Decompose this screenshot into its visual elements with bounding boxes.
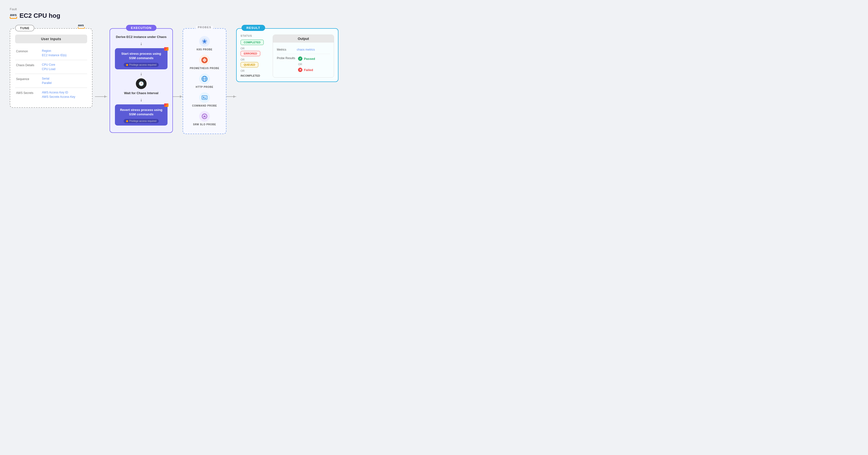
region-link[interactable]: Region (42, 49, 66, 53)
status-heading: STATUS (241, 35, 270, 37)
diagram-container: TUNE aws User Inputs Common Region EC2 I… (10, 28, 858, 134)
down-arrow-icon-2: ↓ (140, 71, 143, 76)
probe-results-label: Probe Results (277, 57, 295, 60)
thin-arrow-1 (173, 96, 183, 97)
prometheus-probe-label: PROMETHEUS PROBE (190, 67, 219, 70)
passed-text: Passed (304, 57, 315, 61)
execution-to-probes-arrow (173, 96, 183, 97)
probes-to-result-arrow (226, 96, 236, 97)
output-box: Output Metrics chaos metrics Probe Resul… (273, 35, 334, 77)
clock-icon: 🕐 (138, 81, 144, 86)
result-badge: RESULT (242, 25, 265, 31)
cpu-core-link[interactable]: CPU Core (42, 63, 55, 66)
parallel-link[interactable]: Parallel (42, 81, 52, 85)
x-icon: ✕ (298, 68, 302, 72)
svg-point-14 (204, 116, 205, 117)
category-aws-secrets: AWS Secrets (16, 91, 38, 95)
probe-srm: SRM SLO PROBE (187, 111, 222, 126)
output-header: Output (273, 35, 334, 42)
cpu-load-link[interactable]: CPU Load (42, 67, 55, 71)
output-row-probe-results: Probe Results ✓ Passed OR ✕ Failed (277, 54, 330, 74)
tune-rows: Common Region EC2 Instance ID(s) Chaos D… (15, 46, 87, 101)
execution-section: EXECUTION Derive EC2 instance under Chao… (110, 28, 173, 133)
passed-badge: ✓ Passed (298, 57, 315, 61)
aws-access-key-link[interactable]: AWS Access Key ID (42, 91, 75, 94)
status-completed: COMPLETED (241, 40, 264, 45)
or-text-3: OR (241, 69, 270, 72)
srm-svg (201, 113, 208, 120)
command-probe-icon (199, 92, 210, 103)
thin-arrow-2 (226, 96, 236, 97)
execution-badge: EXECUTION (126, 25, 157, 31)
exec-card1-badge: Privilege access required (124, 63, 159, 67)
exec-card-flag-2 (164, 103, 168, 107)
http-svg (201, 75, 208, 82)
down-arrow-icon-1: ↓ (140, 41, 143, 46)
wait-circle: 🕐 (136, 78, 147, 89)
status-column: STATUS COMPLETED OR ERRORED OR QUEUED OR… (241, 35, 270, 77)
or-text-1: OR (241, 47, 270, 50)
tune-row-sequence: Sequence Serial Parallel (15, 74, 87, 88)
http-probe-label: HTTP PROBE (196, 86, 213, 88)
exec-card2-badge-text: Privilege access required (129, 120, 157, 122)
arrow-line-1 (95, 96, 107, 97)
prometheus-probe-icon (199, 55, 210, 65)
http-probe-icon (199, 73, 210, 84)
serial-link[interactable]: Serial (42, 77, 52, 80)
exec-card1-badge-text: Privilege access required (129, 64, 157, 66)
failed-text: Failed (304, 68, 313, 72)
aws-corner-logo: aws (78, 23, 85, 29)
status-queued: QUEUED (241, 62, 258, 67)
failed-badge: ✕ Failed (298, 68, 315, 72)
probe-k8s: K8S PROBE (187, 36, 222, 51)
wait-text: Wait for Chaos Interval (115, 91, 167, 95)
exec-step1: Derive EC2 instance under Chaos (115, 35, 167, 39)
category-sequence: Sequence (16, 77, 38, 81)
output-body: Metrics chaos metrics Probe Results ✓ Pa… (273, 42, 334, 77)
tune-row-common: Common Region EC2 Instance ID(s) (15, 46, 87, 60)
k8s-probe-icon (199, 36, 210, 47)
aws-logo: aws (10, 13, 17, 19)
probe-http: HTTP PROBE (187, 73, 222, 88)
wait-container: 🕐 Wait for Chaos Interval (115, 78, 167, 95)
exec-card2-badge: Privilege access required (124, 119, 159, 123)
privilege-dot-1 (126, 64, 128, 66)
exec-card1-text: Start stress process using SSM commands (119, 52, 164, 60)
exec-step1-text: Derive EC2 instance under Chaos (116, 35, 166, 39)
probe-command: COMMAND PROBE (187, 92, 222, 107)
exec-card-start: Start stress process using SSM commands … (115, 48, 167, 69)
page-title: EC2 CPU hog (20, 12, 60, 20)
srm-probe-label: SRM SLO PROBE (193, 123, 216, 126)
tune-row-chaos: Chaos Details CPU Core CPU Load (15, 60, 87, 74)
command-svg (201, 94, 208, 101)
exec-card-flag-1 (164, 47, 168, 51)
probes-label: PROBES (196, 26, 213, 29)
aws-logo-arrow (10, 17, 17, 19)
aws-secrets-values: AWS Access Key ID AWS Secrete Access Key (42, 91, 75, 99)
ec2-instance-id-link[interactable]: EC2 Instance ID(s) (42, 54, 66, 57)
exec-card2-text: Revert stress process using SSM commands (119, 108, 164, 117)
or-text-2: OR (241, 58, 270, 61)
srm-probe-icon (199, 111, 210, 122)
aws-secret-key-link[interactable]: AWS Secrete Access Key (42, 95, 75, 99)
check-icon: ✓ (298, 57, 302, 61)
common-values: Region EC2 Instance ID(s) (42, 49, 66, 57)
metrics-value: chaos metrics (297, 48, 315, 51)
result-inner: STATUS COMPLETED OR ERRORED OR QUEUED OR… (241, 35, 334, 77)
svg-rect-9 (202, 96, 207, 99)
fault-label: Fault (10, 7, 858, 11)
exec-arrow-1: ↓ (115, 41, 167, 46)
probe-prometheus: PROMETHEUS PROBE (187, 55, 222, 70)
tune-to-execution-arrow (93, 96, 110, 97)
category-common: Common (16, 49, 38, 53)
aws-logo-text: aws (10, 13, 17, 17)
status-errored: ERRORED (241, 51, 260, 56)
privilege-dot-2 (126, 120, 128, 122)
result-section: RESULT STATUS COMPLETED OR ERRORED OR QU… (236, 28, 338, 82)
exec-arrow-3: ↓ (115, 97, 167, 102)
exec-card-revert: Revert stress process using SSM commands… (115, 104, 167, 126)
svg-point-1 (204, 40, 206, 42)
command-probe-label: COMMAND PROBE (192, 104, 217, 107)
prometheus-svg (201, 57, 208, 64)
k8s-probe-label: K8S PROBE (197, 48, 213, 51)
